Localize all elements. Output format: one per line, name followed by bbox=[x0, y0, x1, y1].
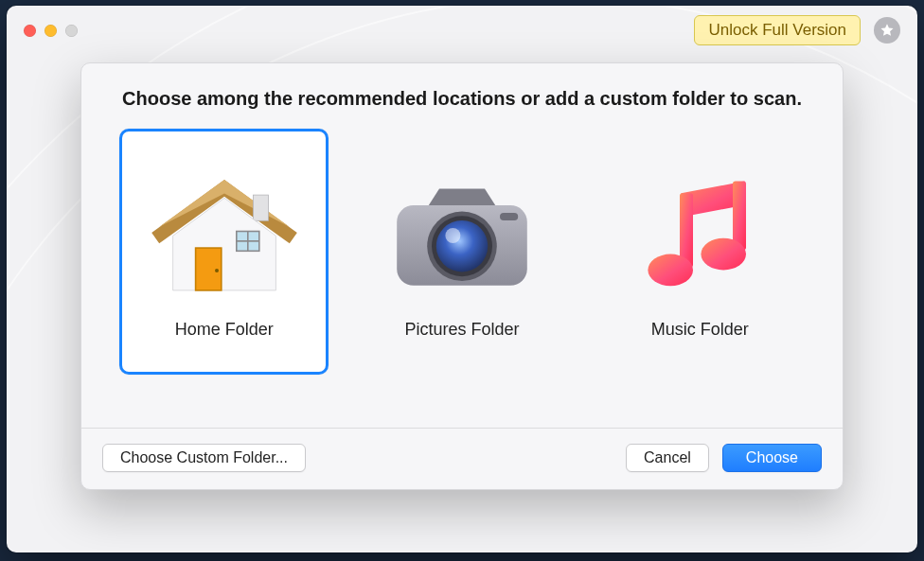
folder-options-row: Home Folder bbox=[81, 129, 843, 375]
option-label: Pictures Folder bbox=[404, 320, 519, 340]
option-pictures-folder[interactable]: Pictures Folder bbox=[357, 129, 566, 375]
choose-button[interactable]: Choose bbox=[722, 444, 822, 472]
favorites-star-icon[interactable] bbox=[874, 17, 900, 44]
window-controls bbox=[24, 25, 78, 37]
minimize-window-icon[interactable] bbox=[44, 25, 57, 37]
unlock-full-version-button[interactable]: Unlock Full Version bbox=[694, 15, 861, 45]
svg-rect-10 bbox=[500, 213, 518, 220]
app-window: Unlock Full Version Choose among the rec… bbox=[7, 6, 917, 552]
svg-rect-16 bbox=[733, 181, 746, 250]
option-home-folder[interactable]: Home Folder bbox=[119, 129, 329, 375]
music-folder-icon bbox=[624, 165, 775, 307]
svg-point-13 bbox=[436, 220, 488, 272]
svg-point-8 bbox=[215, 269, 219, 272]
option-label: Home Folder bbox=[175, 320, 274, 340]
svg-rect-15 bbox=[680, 193, 693, 267]
svg-point-18 bbox=[702, 237, 747, 270]
cancel-button[interactable]: Cancel bbox=[626, 444, 709, 472]
home-folder-icon bbox=[149, 165, 300, 307]
option-music-folder[interactable]: Music Folder bbox=[595, 129, 805, 375]
titlebar: Unlock Full Version bbox=[7, 6, 917, 55]
fullscreen-window-icon bbox=[65, 25, 78, 37]
footer-right-buttons: Cancel Choose bbox=[626, 444, 822, 472]
sheet-footer: Choose Custom Folder... Cancel Choose bbox=[81, 428, 843, 489]
close-window-icon[interactable] bbox=[24, 25, 36, 37]
svg-point-14 bbox=[445, 228, 460, 243]
sheet-heading: Choose among the recommended locations o… bbox=[100, 88, 824, 110]
pictures-folder-icon bbox=[386, 165, 538, 307]
folder-selection-sheet: Choose among the recommended locations o… bbox=[80, 62, 844, 490]
svg-rect-2 bbox=[253, 195, 268, 220]
titlebar-right: Unlock Full Version bbox=[694, 15, 900, 45]
option-label: Music Folder bbox=[651, 320, 749, 340]
svg-point-17 bbox=[649, 254, 694, 286]
choose-custom-folder-button[interactable]: Choose Custom Folder... bbox=[102, 444, 306, 472]
